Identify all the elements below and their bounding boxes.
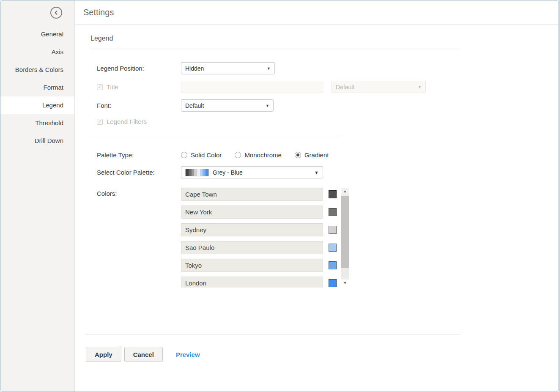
palette-type-radio-solid-color[interactable]: Solid Color [181,151,222,159]
color-palette-label: Select Color Palette: [97,169,181,176]
sidebar-item-axis[interactable]: Axis [0,43,74,61]
legend-filters-row: ✓ Legend Filters [97,118,559,125]
title-style-value: Default [336,84,354,90]
legend-filters-group: ✓ Legend Filters [97,118,147,125]
legend-filters-checkbox: ✓ [97,119,103,125]
title-label: Title [107,83,118,90]
color-item-tokyo: Tokyo [181,259,337,272]
color-swatch[interactable] [329,190,337,198]
color-name-input[interactable]: Tokyo [181,259,323,272]
color-swatch[interactable] [329,261,337,269]
scrollbar-thumb[interactable] [341,196,349,268]
color-swatch[interactable] [329,208,337,216]
color-name-input[interactable]: Sao Paulo [181,241,323,254]
sidebar-item-drill-down[interactable]: Drill Down [0,132,74,150]
color-item-cape-town: Cape Town [181,188,337,201]
color-name-input[interactable]: Cape Town [181,188,323,201]
color-swatch[interactable] [329,279,337,287]
legend-position-value: Hidden [185,65,204,72]
scrollbar-down-icon[interactable]: ▼ [341,280,349,286]
color-swatch[interactable] [329,244,337,252]
back-button[interactable] [50,7,62,19]
sidebar-item-threshold[interactable]: Threshold [0,114,74,132]
section-divider [90,49,459,49]
legend-position-label: Legend Position: [97,65,181,72]
apply-button[interactable]: Apply [86,347,121,362]
page-header: Settings [75,0,559,25]
palette-section-divider [90,136,339,136]
colors-label: Colors: [97,188,181,197]
dropdown-arrow-icon: ▼ [267,66,271,71]
color-palette-value: Grey - Blue [213,169,243,176]
section-title: Legend [90,35,559,42]
radio-label: Solid Color [191,151,222,159]
title-style-select: Default ▼ [332,81,426,93]
legend-title-row: ✓ Title Default ▼ [97,81,559,93]
footer-divider [85,334,460,334]
sidebar-nav: GeneralAxisBorders & ColorsFormatLegendT… [0,25,74,150]
scrollbar-track[interactable] [341,195,349,280]
font-select[interactable]: Default ▼ [181,99,274,112]
main-panel: Settings Legend Legend Position: Hidden … [75,0,559,392]
palette-gradient-swatch [185,169,209,176]
dropdown-arrow-icon: ▼ [418,85,422,89]
page-title: Settings [83,8,114,17]
legend-title-input [181,81,323,93]
colors-scrollbar: ▲ ▼ [341,188,349,286]
radio-icon [235,152,241,158]
color-palette-select[interactable]: Grey - Blue ▼ [181,166,323,178]
preview-link[interactable]: Preview [176,351,200,358]
chevron-left-icon [54,10,59,15]
font-value: Default [185,102,204,109]
palette-type-radio-gradient[interactable]: Gradient [295,151,329,159]
radio-icon [295,152,301,158]
palette-type-options: Solid ColorMonochromeGradient [181,151,342,159]
color-name-input[interactable]: Sydney [181,223,323,236]
scrollbar-up-icon[interactable]: ▲ [341,188,349,195]
colors-list: Cape TownNew YorkSydneySao PauloTokyoLon… [181,188,337,288]
color-item-new-york: New York [181,206,337,219]
cancel-button[interactable]: Cancel [124,347,163,362]
sidebar-item-legend[interactable]: Legend [0,96,74,114]
font-label: Font: [97,102,181,109]
legend-position-select[interactable]: Hidden ▼ [181,62,275,74]
legend-position-row: Legend Position: Hidden ▼ [97,62,559,74]
font-row: Font: Default ▼ [97,99,559,112]
color-palette-row: Select Color Palette: Grey - Blue ▼ [97,166,559,178]
sidebar-back-area [0,0,74,25]
colors-row: Colors: Cape TownNew YorkSydneySao Paulo… [97,188,559,288]
settings-window: GeneralAxisBorders & ColorsFormatLegendT… [0,0,559,392]
legend-filters-label: Legend Filters [107,118,147,125]
dropdown-arrow-icon: ▼ [314,170,319,175]
radio-label: Gradient [304,151,329,159]
color-name-input[interactable]: New York [181,206,323,219]
sidebar-item-borders-colors[interactable]: Borders & Colors [0,61,74,79]
footer-actions: Apply Cancel Preview [86,347,559,362]
dropdown-arrow-icon: ▼ [266,104,269,108]
title-checkbox: ✓ [97,84,103,90]
sidebar: GeneralAxisBorders & ColorsFormatLegendT… [0,0,75,392]
sidebar-item-general[interactable]: General [0,25,74,43]
color-item-sao-paulo: Sao Paulo [181,241,337,254]
color-item-sydney: Sydney [181,223,337,236]
palette-type-label: Palette Type: [97,151,181,159]
color-swatch[interactable] [329,226,337,234]
palette-type-radio-monochrome[interactable]: Monochrome [235,151,282,159]
title-label-group: ✓ Title [97,83,181,90]
colors-area: Cape TownNew YorkSydneySao PauloTokyoLon… [181,188,349,288]
color-name-input[interactable]: London [181,277,323,288]
radio-label: Monochrome [244,151,282,159]
color-item-london: London [181,277,337,288]
palette-type-row: Palette Type: Solid ColorMonochromeGradi… [97,151,559,159]
radio-icon [181,152,187,158]
sidebar-item-format[interactable]: Format [0,79,74,96]
